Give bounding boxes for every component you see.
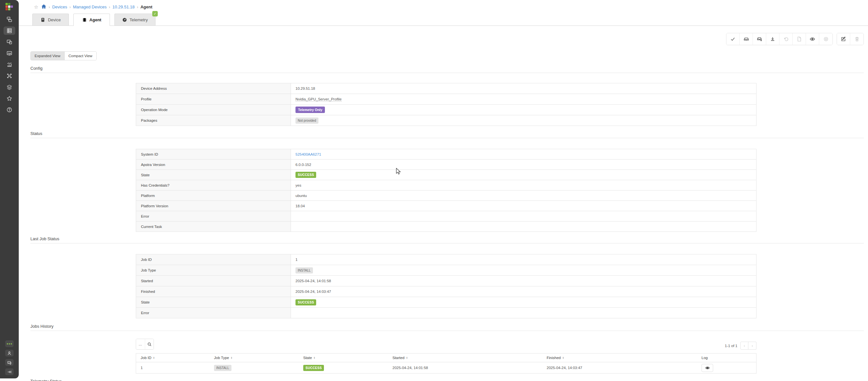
column-header[interactable]: Finished▲▼ <box>542 353 697 362</box>
field-value-text: 2025-04-24, 14:03:47 <box>296 290 331 293</box>
view-toggle: Expanded View Compact View <box>30 51 97 60</box>
install-agent-button[interactable] <box>766 33 779 45</box>
platform-icon <box>6 84 12 90</box>
user-button[interactable] <box>5 350 13 356</box>
tab-telemetry[interactable]: Telemetry ✓ <box>115 13 155 26</box>
sidebar-item-devices[interactable] <box>4 27 15 35</box>
field-label: Operation Mode <box>136 105 291 115</box>
table-row: Error <box>136 211 756 221</box>
more-filters-button[interactable]: … <box>136 339 145 349</box>
collapse-button[interactable] <box>5 369 13 375</box>
field-value-text[interactable]: 525400AA6271 <box>296 152 321 156</box>
column-header[interactable]: Log▲▼ <box>697 353 757 362</box>
table-row: 1 INSTALL SUCCESS 2025-04-24, 14:01:58 2… <box>136 362 756 373</box>
table-row: Job ID 1 <box>136 254 756 265</box>
jobs-history-table: Job ID▲▼ Job Type▲▼ State▲▼ Started▲▼ Fi… <box>136 353 756 374</box>
sidebar-item-help[interactable] <box>4 106 15 114</box>
field-value-text[interactable]: Nvidia_GPU_Server_Profile <box>296 97 342 101</box>
field-label: Apstra Version <box>136 160 291 170</box>
field-value: Telemetry Only <box>291 105 756 115</box>
compact-view-button[interactable]: Compact View <box>64 51 96 60</box>
jobs-history-body: 1 INSTALL SUCCESS 2025-04-24, 14:01:58 2… <box>136 362 756 373</box>
tab-agent[interactable]: Agent <box>73 13 110 26</box>
agent-actions-group <box>726 33 833 45</box>
field-value-text: 6.0.0-152 <box>296 163 311 167</box>
jobs-history-section-title: Jobs History <box>30 324 864 331</box>
prev-page-button[interactable]: ‹ <box>740 342 748 350</box>
sidebar-item-blueprints[interactable] <box>4 15 15 24</box>
search-icon <box>147 342 152 346</box>
column-header[interactable]: Job Type▲▼ <box>210 353 299 362</box>
device-button[interactable] <box>740 33 753 45</box>
expanded-view-button[interactable]: Expanded View <box>31 51 64 60</box>
status-table: System ID 525400AA6271 Apstra Version 6.… <box>136 149 756 232</box>
show-password-button[interactable] <box>806 33 819 45</box>
file-button[interactable] <box>793 33 806 45</box>
field-value: 525400AA6271 <box>291 149 756 159</box>
breadcrumb-link[interactable]: Managed Devices <box>73 4 107 9</box>
star-icon <box>6 96 12 101</box>
device-remove-button[interactable] <box>753 33 766 45</box>
breadcrumb-link[interactable]: Devices <box>52 4 67 9</box>
device-tab-icon <box>40 18 45 22</box>
field-value-text: Telemetry Only <box>296 107 325 113</box>
delete-button[interactable] <box>850 33 864 45</box>
table-row: Started 2025-04-24, 14:01:58 <box>136 275 756 286</box>
more-options-button[interactable] <box>5 340 13 347</box>
table-row: Current Task <box>136 221 756 232</box>
field-label: Started <box>136 276 291 286</box>
breadcrumb-link[interactable]: 10.29.51.18 <box>113 4 135 9</box>
record-button[interactable] <box>819 33 832 45</box>
apstra-logo-icon[interactable] <box>5 3 13 11</box>
home-icon[interactable] <box>41 4 46 10</box>
field-label: Profile <box>136 94 291 104</box>
field-value-text: ubuntu <box>296 194 307 198</box>
chevron-right-icon: › <box>109 5 110 9</box>
blueprints-icon <box>6 16 12 22</box>
field-value <box>291 308 756 318</box>
column-header[interactable]: Started▲▼ <box>388 353 542 362</box>
field-value <box>291 221 756 232</box>
field-value: Nvidia_GPU_Server_Profile <box>291 94 756 104</box>
next-page-button[interactable]: › <box>748 342 756 350</box>
table-row: Device Address 10.29.51.18 <box>136 83 756 94</box>
field-value-text: Not provided <box>296 117 318 124</box>
column-header[interactable]: State▲▼ <box>299 353 388 362</box>
sidebar-item-favorites[interactable] <box>4 94 15 103</box>
sort-icon: ▲▼ <box>406 356 408 359</box>
breadcrumb-current: Agent <box>140 4 152 9</box>
tab-device[interactable]: Device <box>32 13 69 26</box>
table-row: Profile Nvidia_GPU_Server_Profile <box>136 94 756 104</box>
chat-button[interactable] <box>5 359 13 366</box>
cell-log <box>697 362 757 373</box>
cell-finished: 2025-04-24, 14:03:47 <box>542 362 697 373</box>
field-value-text: INSTALL <box>296 267 313 274</box>
sidebar-footer <box>5 340 13 375</box>
field-label: Job Type <box>136 265 291 275</box>
table-row: Error <box>136 307 756 318</box>
sidebar-item-external-systems[interactable] <box>4 72 15 80</box>
field-label: Has Credentials? <box>136 180 291 190</box>
search-button[interactable] <box>145 339 154 349</box>
telemetry-tab-icon <box>122 18 127 22</box>
field-value: 6.0.0-152 <box>291 160 756 170</box>
sort-icon: ▲▼ <box>562 356 564 359</box>
column-header[interactable]: Job ID▲▼ <box>136 353 210 362</box>
favorite-star-icon[interactable]: ☆ <box>34 4 38 10</box>
undo-button[interactable] <box>779 33 793 45</box>
acknowledge-button[interactable] <box>726 33 740 45</box>
analytics-icon <box>6 62 12 67</box>
field-value <box>291 211 756 221</box>
view-log-button[interactable] <box>702 364 713 372</box>
sidebar-item-analytics[interactable] <box>4 60 15 69</box>
cell-started: 2025-04-24, 14:01:58 <box>388 362 542 373</box>
sidebar-item-design[interactable] <box>4 38 15 46</box>
devices-icon <box>6 28 12 34</box>
field-value: 10.29.51.18 <box>291 83 756 94</box>
sidebar-item-platform[interactable] <box>4 83 15 91</box>
field-value-text: 18.04 <box>296 204 305 208</box>
last-job-table: Job ID 1 Job Type INSTALL Started 2025-0… <box>136 254 756 318</box>
sidebar-item-resources[interactable] <box>4 49 15 58</box>
resources-icon <box>6 50 12 56</box>
edit-button[interactable] <box>837 33 850 45</box>
